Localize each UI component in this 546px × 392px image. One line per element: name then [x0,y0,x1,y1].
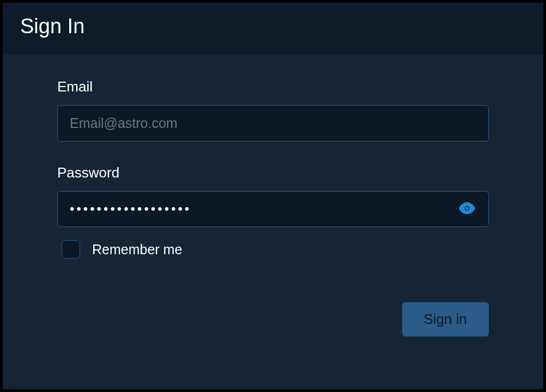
signin-button[interactable]: Sign in [402,302,489,336]
remember-row: Remember me [62,240,489,259]
email-label: Email [57,78,489,95]
email-input-wrap [57,105,489,142]
signin-form: Email Password [3,56,543,275]
dialog-footer: Sign in [3,286,543,353]
email-group: Email [57,78,489,142]
password-input-wrap [57,191,489,227]
email-field[interactable] [57,105,489,142]
eye-icon [458,200,476,219]
toggle-password-visibility-button[interactable] [456,198,478,221]
svg-point-1 [465,207,468,210]
dialog-header: Sign In [3,3,543,56]
password-field[interactable] [57,191,489,227]
remember-me-checkbox[interactable] [62,240,80,259]
password-label: Password [57,164,489,181]
signin-dialog: Sign In Email Password [3,3,543,389]
remember-me-label: Remember me [92,242,182,258]
page-title: Sign In [20,15,526,38]
password-group: Password [57,164,489,227]
